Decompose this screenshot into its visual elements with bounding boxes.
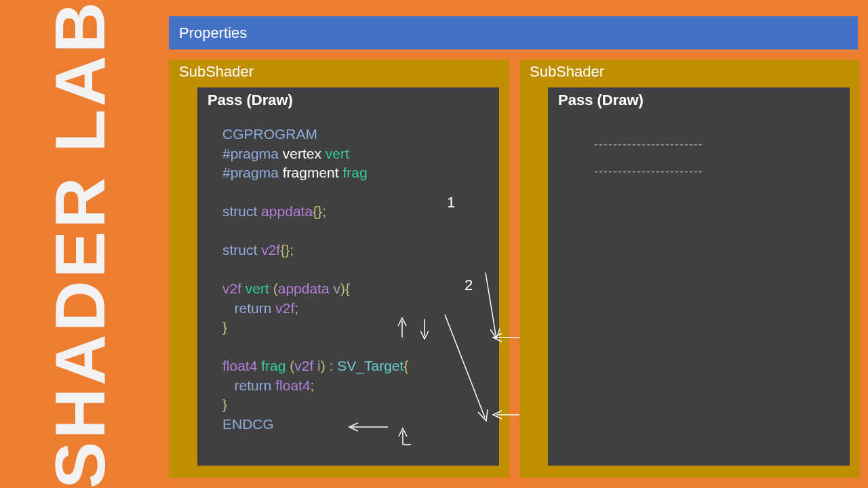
fn-vert-decl: vert bbox=[326, 146, 349, 161]
sidebar-title: SHADER LAB bbox=[39, 0, 120, 488]
brace-open-2: { bbox=[403, 358, 408, 373]
properties-bar: Properties bbox=[169, 16, 858, 49]
kw-vertex: vertex bbox=[283, 146, 326, 161]
label-1: 1 bbox=[447, 194, 455, 211]
brace-close-2: } bbox=[222, 396, 227, 412]
fn-vert: vert bbox=[245, 281, 273, 296]
kw-endcg: ENDCG bbox=[222, 416, 274, 432]
kw-cgprogram: CGPROGRAM bbox=[222, 126, 317, 142]
placeholder-line-2: ----------------------- bbox=[594, 158, 703, 185]
pass-right-title: Pass (Draw) bbox=[558, 92, 644, 109]
fn-frag-decl: frag bbox=[342, 165, 367, 180]
semi-1: ; bbox=[294, 300, 298, 316]
braces-2: {}; bbox=[280, 242, 294, 258]
kw-return-2: return bbox=[222, 378, 275, 393]
placeholder-lines: ----------------------- ----------------… bbox=[594, 131, 703, 185]
paren-2: ){ bbox=[340, 281, 350, 296]
kw-fragment: fragment bbox=[283, 165, 343, 180]
ret-float4: float4 bbox=[222, 358, 261, 373]
kw-struct-2: struct bbox=[222, 242, 261, 258]
pass-left: Pass (Draw) CGPROGRAM #pragma vertex ver… bbox=[197, 87, 499, 466]
kw-struct-1: struct bbox=[222, 203, 261, 219]
sidebar: SHADER LAB bbox=[0, 0, 159, 488]
pass-left-title: Pass (Draw) bbox=[208, 92, 293, 109]
type-v2f: v2f bbox=[261, 242, 280, 258]
subshader-right: SubShader Pass (Draw) ------------------… bbox=[519, 60, 860, 478]
subshader-left: SubShader Pass (Draw) CGPROGRAM #pragma … bbox=[169, 60, 509, 478]
paren-4: ) : bbox=[321, 358, 338, 373]
kw-return-1: return bbox=[222, 300, 275, 316]
brace-close-1: } bbox=[222, 319, 227, 335]
param-v: v bbox=[333, 281, 340, 296]
label-2: 2 bbox=[465, 277, 473, 294]
semi-2: ; bbox=[311, 378, 315, 393]
paren-1: ( bbox=[273, 281, 278, 296]
semantic-sv: SV_Target bbox=[337, 358, 403, 373]
kw-pragma-2: #pragma bbox=[222, 165, 283, 180]
placeholder-line-1: ----------------------- bbox=[594, 131, 703, 158]
subshader-left-title: SubShader bbox=[179, 63, 254, 81]
braces-1: {}; bbox=[313, 203, 326, 219]
pass-right: Pass (Draw) ----------------------- ----… bbox=[548, 87, 850, 466]
subshader-right-title: SubShader bbox=[530, 63, 604, 81]
properties-label: Properties bbox=[179, 24, 247, 42]
kw-pragma-1: #pragma bbox=[222, 146, 283, 161]
code-block: CGPROGRAM #pragma vertex vert #pragma fr… bbox=[222, 125, 408, 434]
fn-frag: frag bbox=[261, 358, 290, 373]
param-appdata: appdata bbox=[278, 281, 334, 296]
ret-v2f: v2f bbox=[222, 281, 245, 296]
ret-v2f-val: v2f bbox=[275, 300, 294, 316]
param-v2f: v2f bbox=[294, 358, 317, 373]
ret-float4-val: float4 bbox=[275, 378, 310, 393]
type-appdata: appdata bbox=[261, 203, 313, 219]
